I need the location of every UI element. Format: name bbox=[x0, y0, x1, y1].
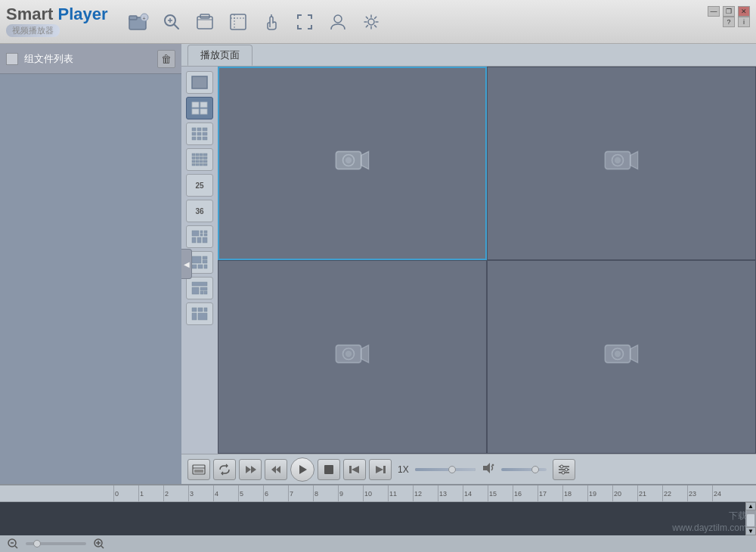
layout-16-btn[interactable] bbox=[186, 148, 213, 171]
play-btn[interactable] bbox=[290, 457, 314, 482]
svg-rect-36 bbox=[196, 157, 199, 160]
window-controls: — ❐ ✕ bbox=[708, 6, 750, 17]
zoom-out-btn[interactable] bbox=[6, 537, 20, 550]
svg-rect-68 bbox=[192, 313, 197, 320]
svg-point-15 bbox=[334, 15, 342, 23]
ruler-mark-16: 16 bbox=[513, 485, 538, 502]
svg-point-101 bbox=[565, 468, 568, 471]
layout-36-btn[interactable]: 36 bbox=[186, 200, 213, 222]
ruler-mark-24: 24 bbox=[712, 485, 737, 502]
mute-btn[interactable] bbox=[482, 461, 495, 477]
layout-custom1-btn[interactable] bbox=[186, 225, 213, 248]
svg-rect-38 bbox=[203, 157, 207, 160]
ruler-mark-1: 1 bbox=[138, 485, 163, 502]
layout-content: 25 36 bbox=[181, 67, 756, 454]
open-folder-btn[interactable]: + bbox=[123, 7, 153, 37]
svg-rect-58 bbox=[192, 265, 197, 268]
next-frame-btn[interactable] bbox=[369, 459, 392, 480]
stop-btn[interactable] bbox=[318, 459, 340, 480]
svg-rect-34 bbox=[203, 154, 207, 156]
layout-4-btn[interactable] bbox=[186, 97, 213, 119]
ruler-mark-2: 2 bbox=[163, 485, 188, 502]
timeline-grid bbox=[0, 502, 745, 535]
svg-rect-60 bbox=[204, 265, 207, 268]
ruler-mark-3: 3 bbox=[188, 485, 213, 502]
ruler-mark-13: 13 bbox=[438, 485, 463, 502]
title-bar: Smart Player 视频播放器 + bbox=[0, 0, 756, 44]
zoom-btn[interactable] bbox=[156, 7, 187, 37]
svg-marker-78 bbox=[631, 151, 638, 169]
layout-25-btn[interactable]: 25 bbox=[186, 174, 213, 197]
speed-slider[interactable] bbox=[415, 468, 476, 471]
svg-rect-23 bbox=[197, 128, 201, 131]
svg-rect-62 bbox=[192, 287, 199, 294]
svg-rect-22 bbox=[192, 128, 196, 131]
ruler-mark-17: 17 bbox=[538, 485, 562, 502]
zoom-in-btn[interactable] bbox=[92, 537, 106, 550]
prev-frame-btn[interactable] bbox=[343, 459, 366, 480]
svg-line-105 bbox=[15, 546, 17, 548]
video-cell-2[interactable] bbox=[487, 67, 756, 260]
watermark-line2: www.dayztilm.com bbox=[672, 523, 747, 533]
layout-1-btn[interactable] bbox=[186, 71, 213, 94]
minimize-btn[interactable]: — bbox=[708, 6, 720, 17]
hand-btn[interactable] bbox=[256, 7, 287, 37]
video-cell-3[interactable] bbox=[218, 260, 487, 454]
svg-rect-30 bbox=[203, 137, 207, 140]
clip-btn[interactable] bbox=[187, 459, 210, 480]
collapse-panel-btn[interactable]: ◀ bbox=[181, 249, 192, 279]
panel-checkbox[interactable] bbox=[6, 53, 18, 65]
svg-rect-26 bbox=[197, 132, 201, 135]
user-btn[interactable] bbox=[323, 7, 353, 37]
svg-rect-69 bbox=[198, 313, 207, 320]
fullscreen-btn[interactable] bbox=[290, 7, 320, 37]
cursor-btn[interactable] bbox=[223, 7, 253, 37]
settings-btn[interactable] bbox=[356, 7, 386, 37]
skip-frame-btn[interactable] bbox=[239, 459, 262, 480]
svg-point-85 bbox=[615, 350, 621, 356]
volume-thumb[interactable] bbox=[531, 466, 539, 473]
svg-rect-18 bbox=[192, 102, 199, 107]
svg-rect-57 bbox=[203, 260, 207, 263]
app-title-player: Player bbox=[57, 5, 107, 23]
timeline-ruler: 0123456789101112131415161718192021222324 bbox=[0, 485, 756, 502]
video-cell-4[interactable] bbox=[487, 260, 756, 454]
layout-custom4-btn[interactable] bbox=[186, 302, 213, 325]
svg-rect-31 bbox=[192, 154, 195, 156]
svg-rect-43 bbox=[192, 164, 195, 166]
restore-btn[interactable]: ❐ bbox=[723, 6, 735, 17]
zoom-thumb[interactable] bbox=[33, 540, 41, 547]
loop-btn[interactable] bbox=[213, 459, 236, 480]
svg-point-100 bbox=[560, 465, 563, 468]
timeline-scroll-down[interactable]: ▼ bbox=[745, 527, 756, 535]
svg-rect-20 bbox=[192, 109, 199, 114]
svg-point-102 bbox=[562, 471, 565, 474]
ruler-mark-15: 15 bbox=[488, 485, 513, 502]
help-btn[interactable]: ? bbox=[723, 17, 735, 27]
ruler-mark-8: 8 bbox=[313, 485, 338, 502]
video-cell-1[interactable] bbox=[218, 67, 487, 260]
ruler-marks: 0123456789101112131415161718192021222324 bbox=[113, 485, 737, 502]
rewind-btn[interactable] bbox=[265, 459, 287, 480]
info-btn[interactable]: i bbox=[738, 17, 750, 27]
camera-icon-4 bbox=[603, 339, 640, 376]
svg-marker-94 bbox=[483, 463, 490, 473]
zoom-slider[interactable] bbox=[26, 542, 86, 545]
panel-delete-btn[interactable]: 🗑 bbox=[157, 50, 175, 68]
tab-playback[interactable]: 播放页面 bbox=[187, 45, 253, 66]
speed-slider-thumb[interactable] bbox=[448, 466, 456, 473]
ruler-mark-10: 10 bbox=[363, 485, 388, 502]
svg-rect-66 bbox=[192, 308, 197, 312]
eq-settings-btn[interactable] bbox=[553, 459, 575, 480]
timeline-scroll-up[interactable]: ▲ bbox=[745, 502, 756, 510]
snapshot-btn[interactable] bbox=[190, 7, 220, 37]
close-btn[interactable]: ✕ bbox=[738, 6, 750, 17]
volume-slider[interactable] bbox=[501, 468, 547, 471]
timeline-scroll-thumb[interactable] bbox=[746, 513, 755, 527]
camera-icon-2 bbox=[603, 145, 640, 182]
svg-line-109 bbox=[101, 546, 104, 548]
layout-custom3-btn[interactable] bbox=[186, 277, 213, 299]
svg-rect-29 bbox=[197, 137, 201, 140]
layout-25-label: 25 bbox=[195, 181, 203, 190]
layout-9-btn[interactable] bbox=[186, 122, 213, 145]
